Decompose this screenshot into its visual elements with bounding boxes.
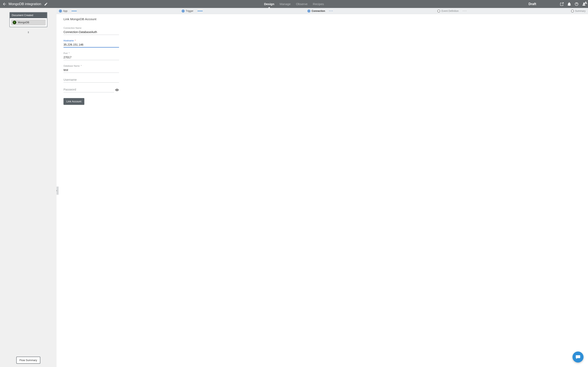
chat-fab[interactable] <box>572 351 584 363</box>
field-hostname: Hostname * <box>63 39 119 48</box>
profile-icon[interactable] <box>582 2 586 6</box>
back-arrow-icon[interactable] <box>2 2 7 6</box>
input-username[interactable] <box>63 77 119 83</box>
edit-icon[interactable] <box>44 2 48 6</box>
sidebar: Document Created MongoDB Flow Summary <box>0 8 57 367</box>
status-label: Draft <box>528 2 536 6</box>
sidebar-item-label: MongoDB <box>18 21 29 24</box>
expand-down-icon[interactable] <box>27 31 30 35</box>
input-port[interactable] <box>63 55 119 60</box>
required-asterisk: * <box>69 52 69 54</box>
step-label: Summary <box>575 9 586 12</box>
step-bar: App Trigger Connection Eve <box>57 8 588 14</box>
field-username <box>63 77 119 83</box>
field-connection-name: Connection Name <box>63 27 119 35</box>
flow-card: Document Created MongoDB <box>9 12 47 27</box>
tab-observe[interactable]: Observe <box>296 0 308 8</box>
collapse-sidebar-handle[interactable] <box>57 187 59 195</box>
label-hostname-text: Hostname <box>63 39 74 42</box>
mongodb-icon <box>13 21 16 24</box>
field-password <box>63 87 119 92</box>
alert-badge-icon <box>584 1 587 4</box>
body-area: Document Created MongoDB Flow Summary Ap… <box>0 8 588 367</box>
sidebar-item-mongodb[interactable]: MongoDB <box>11 19 46 25</box>
step-circle-icon <box>59 9 62 12</box>
step-label: App <box>63 9 67 12</box>
step-label: Trigger <box>186 9 194 12</box>
input-database-name[interactable] <box>63 67 119 73</box>
step-event-definition[interactable]: Event Definition <box>437 9 458 12</box>
label-database-name: Database Name * <box>63 65 119 67</box>
flow-summary-button[interactable]: Flow Summary <box>16 357 40 364</box>
flow-card-body: MongoDB <box>10 18 47 27</box>
field-database-name: Database Name * <box>63 65 119 73</box>
help-icon[interactable] <box>575 2 579 6</box>
input-connection-name[interactable] <box>63 30 119 35</box>
tab-manage[interactable]: Manage <box>279 0 291 8</box>
flow-card-title: Document Created <box>10 12 47 18</box>
label-hostname: Hostname * <box>63 39 119 42</box>
step-circle-icon <box>437 9 440 12</box>
label-database-name-text: Database Name <box>63 65 80 67</box>
open-external-icon[interactable] <box>560 2 564 6</box>
label-connection-name: Connection Name <box>63 27 119 29</box>
bell-icon[interactable] <box>567 2 571 6</box>
step-circle-icon <box>307 9 310 12</box>
header-right: Draft <box>528 2 586 6</box>
tab-design[interactable]: Design <box>264 0 275 8</box>
connection-form: Connection Name Hostname * Port * Databa… <box>63 27 119 105</box>
tab-recipes[interactable]: Recipes <box>312 0 324 8</box>
step-label: Event Definition <box>441 9 458 12</box>
field-port: Port * <box>63 52 119 60</box>
step-trigger[interactable]: Trigger <box>182 9 194 12</box>
step-connection[interactable]: Connection <box>307 9 325 12</box>
required-asterisk: * <box>81 65 82 67</box>
page-title: Link MongoDB Account <box>63 17 588 21</box>
top-header: MongoDB integration Design Manage Observ… <box>0 0 588 8</box>
link-account-button[interactable]: Link Account <box>63 98 84 105</box>
input-password[interactable] <box>63 87 114 92</box>
show-password-icon[interactable] <box>115 88 119 92</box>
step-circle-icon <box>571 9 574 12</box>
required-asterisk: * <box>75 39 76 42</box>
step-app[interactable]: App <box>59 9 67 12</box>
label-port-text: Port <box>63 52 68 54</box>
label-port: Port * <box>63 52 119 54</box>
integration-title: MongoDB integration <box>9 2 41 6</box>
step-circle-icon <box>182 9 185 12</box>
header-tabs: Design Manage Observe Recipes <box>264 0 324 8</box>
header-left: MongoDB integration <box>2 2 59 6</box>
input-hostname[interactable] <box>63 42 119 48</box>
step-label: Connection <box>311 9 325 12</box>
step-summary[interactable]: Summary <box>571 9 586 12</box>
content-column: App Trigger Connection Eve <box>57 8 588 367</box>
main-content: Link MongoDB Account Connection Name Hos… <box>57 14 588 367</box>
